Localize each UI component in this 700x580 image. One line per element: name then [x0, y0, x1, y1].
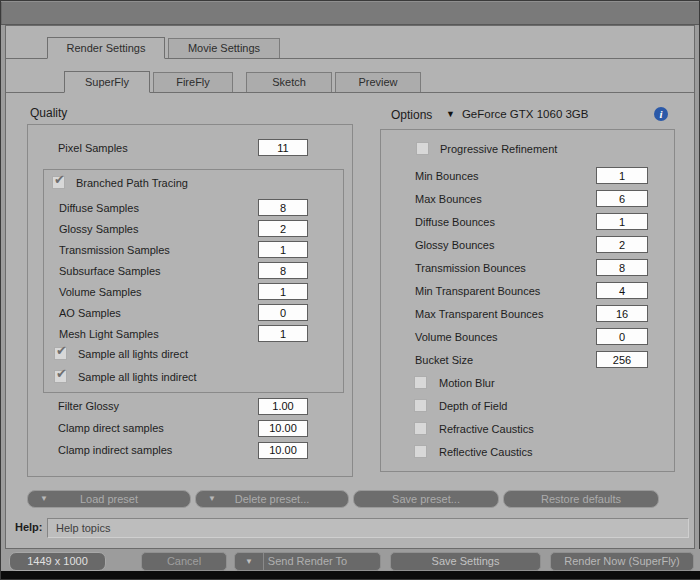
- bucket-size-input[interactable]: [596, 351, 648, 368]
- mesh-light-samples-row: Mesh Light Samples: [59, 323, 308, 344]
- glossy-bounces-label: Glossy Bounces: [415, 239, 494, 251]
- pixel-samples-input[interactable]: [258, 139, 308, 156]
- quality-heading: Quality: [30, 106, 67, 120]
- bucket-size-label: Bucket Size: [415, 354, 473, 366]
- chevron-down-icon[interactable]: ▼: [40, 491, 48, 507]
- motion-blur-checkbox[interactable]: [414, 376, 427, 389]
- tab-superfly[interactable]: SuperFly: [64, 71, 150, 93]
- filter-glossy-row: Filter Glossy: [58, 395, 308, 417]
- glossy-bounces-row: Glossy Bounces: [415, 233, 648, 256]
- clamp-direct-samples-input[interactable]: [258, 420, 308, 437]
- branched-path-tracing-label: Branched Path Tracing: [76, 177, 188, 189]
- sample-all-lights-direct-checkbox[interactable]: [54, 347, 67, 360]
- send-render-to-button[interactable]: ▼ Send Render To: [234, 552, 381, 571]
- refractive-caustics-checkbox[interactable]: [414, 422, 427, 435]
- motion-blur-row: Motion Blur: [414, 371, 534, 394]
- transmission-samples-label: Transmission Samples: [59, 244, 170, 256]
- diffuse-samples-row: Diffuse Samples: [59, 197, 308, 218]
- titlebar[interactable]: [1, 1, 699, 25]
- mesh-light-samples-input[interactable]: [258, 325, 308, 342]
- effects-checks: Motion Blur Depth of Field Refractive Ca…: [414, 371, 534, 463]
- depth-of-field-row: Depth of Field: [414, 394, 534, 417]
- transmission-samples-row: Transmission Samples: [59, 239, 308, 260]
- help-label: Help:: [15, 521, 43, 533]
- depth-of-field-checkbox[interactable]: [414, 399, 427, 412]
- main-tab-bar: Render Settings Movie Settings: [6, 37, 694, 59]
- chevron-down-icon[interactable]: ▼: [208, 491, 216, 507]
- quality-groupbox: Pixel Samples Branched Path Tracing Diff…: [27, 124, 353, 477]
- volume-samples-label: Volume Samples: [59, 286, 142, 298]
- save-preset-button[interactable]: Save preset...: [353, 490, 499, 508]
- clamp-direct-samples-label: Clamp direct samples: [58, 422, 164, 434]
- restore-defaults-button[interactable]: Restore defaults: [503, 490, 659, 508]
- tab-firefly[interactable]: FireFly: [153, 72, 233, 92]
- subsurface-samples-input[interactable]: [258, 262, 308, 279]
- delete-preset-button[interactable]: ▼ Delete preset...: [195, 490, 349, 508]
- volume-bounces-input[interactable]: [596, 328, 648, 345]
- min-bounces-label: Min Bounces: [415, 170, 479, 182]
- depth-of-field-label: Depth of Field: [439, 400, 507, 412]
- render-settings-window: Render Settings Movie Settings SuperFly …: [0, 0, 700, 580]
- mesh-light-samples-label: Mesh Light Samples: [59, 328, 159, 340]
- max-transparent-bounces-row: Max Transparent Bounces: [415, 302, 648, 325]
- volume-bounces-row: Volume Bounces: [415, 325, 648, 348]
- bounce-fields: Min Bounces Max Bounces Diffuse Bounces …: [381, 164, 674, 371]
- ao-samples-input[interactable]: [258, 304, 308, 321]
- tab-movie-settings[interactable]: Movie Settings: [168, 38, 280, 58]
- restore-defaults-label: Restore defaults: [541, 493, 621, 505]
- render-now-button[interactable]: Render Now (SuperFly): [550, 552, 694, 571]
- sample-all-lights-direct-row: Sample all lights direct: [54, 342, 197, 365]
- resolution-button[interactable]: 1449 x 1000: [9, 552, 106, 571]
- ao-samples-row: AO Samples: [59, 302, 308, 323]
- sample-all-lights-indirect-checkbox[interactable]: [54, 370, 67, 383]
- tab-sketch[interactable]: Sketch: [246, 72, 332, 92]
- diffuse-bounces-input[interactable]: [596, 213, 648, 230]
- max-bounces-row: Max Bounces: [415, 187, 648, 210]
- volume-samples-input[interactable]: [258, 283, 308, 300]
- filter-glossy-input[interactable]: [258, 398, 308, 415]
- motion-blur-label: Motion Blur: [439, 377, 495, 389]
- options-groupbox: Progressive Refinement Min Bounces Max B…: [380, 129, 675, 472]
- ao-samples-label: AO Samples: [59, 307, 121, 319]
- progressive-refinement-checkbox[interactable]: [416, 142, 429, 155]
- tab-preview[interactable]: Preview: [335, 72, 421, 92]
- min-transparent-bounces-label: Min Transparent Bounces: [415, 285, 540, 297]
- window-bottom-edge: [1, 571, 700, 579]
- transmission-samples-input[interactable]: [258, 241, 308, 258]
- tab-render-settings[interactable]: Render Settings: [47, 37, 165, 59]
- glossy-bounces-input[interactable]: [596, 236, 648, 253]
- progressive-refinement-label: Progressive Refinement: [440, 143, 557, 155]
- branched-path-groupbox: Branched Path Tracing Diffuse Samples Gl…: [43, 169, 344, 393]
- branched-fields: Diffuse Samples Glossy Samples Transmiss…: [44, 197, 343, 344]
- info-icon[interactable]: i: [654, 107, 668, 121]
- lights-checks: Sample all lights direct Sample all ligh…: [54, 342, 197, 388]
- progressive-refinement-row: Progressive Refinement: [416, 142, 557, 155]
- save-settings-button[interactable]: Save Settings: [390, 552, 541, 571]
- reflective-caustics-row: Reflective Caustics: [414, 440, 534, 463]
- subsurface-samples-row: Subsurface Samples: [59, 260, 308, 281]
- sample-all-lights-indirect-row: Sample all lights indirect: [54, 365, 197, 388]
- reflective-caustics-checkbox[interactable]: [414, 445, 427, 458]
- refractive-caustics-label: Refractive Caustics: [439, 423, 534, 435]
- glossy-samples-input[interactable]: [258, 220, 308, 237]
- transmission-bounces-input[interactable]: [596, 259, 648, 276]
- diffuse-samples-input[interactable]: [258, 199, 308, 216]
- max-bounces-label: Max Bounces: [415, 193, 482, 205]
- transmission-bounces-row: Transmission Bounces: [415, 256, 648, 279]
- max-bounces-input[interactable]: [596, 190, 648, 207]
- subsurface-samples-label: Subsurface Samples: [59, 265, 161, 277]
- min-transparent-bounces-input[interactable]: [596, 282, 648, 299]
- cancel-button[interactable]: Cancel: [141, 552, 227, 571]
- clamp-indirect-samples-label: Clamp indirect samples: [58, 444, 172, 456]
- render-device-dropdown[interactable]: ▼ GeForce GTX 1060 3GB: [446, 108, 588, 120]
- clamp-indirect-samples-input[interactable]: [258, 442, 308, 459]
- load-preset-button[interactable]: ▼ Load preset: [27, 490, 191, 508]
- branched-path-tracing-checkbox[interactable]: [52, 176, 65, 189]
- load-preset-label: Load preset: [80, 493, 138, 505]
- min-bounces-input[interactable]: [596, 167, 648, 184]
- min-bounces-row: Min Bounces: [415, 164, 648, 187]
- chevron-down-icon[interactable]: ▼: [235, 553, 264, 570]
- help-topics-field[interactable]: Help topics: [47, 518, 689, 538]
- max-transparent-bounces-input[interactable]: [596, 305, 648, 322]
- pixel-samples-row: Pixel Samples: [28, 137, 352, 158]
